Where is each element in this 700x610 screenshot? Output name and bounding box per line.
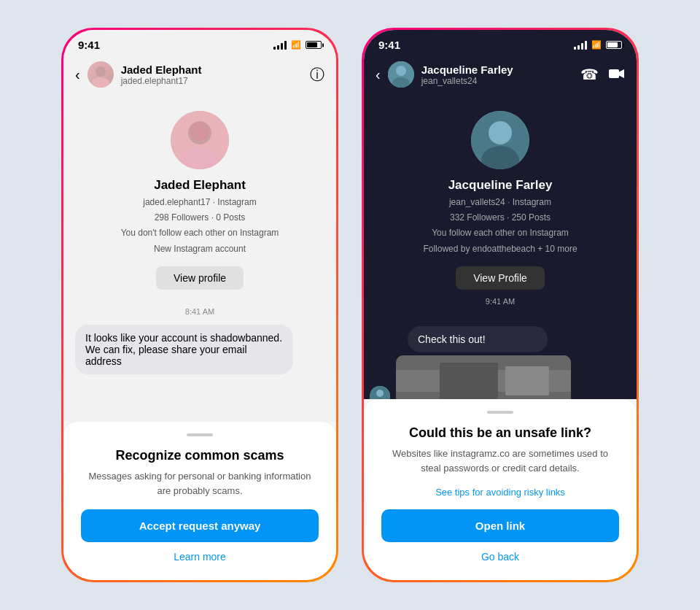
- nav-actions-1: ⓘ: [310, 65, 324, 85]
- open-link-button[interactable]: Open link: [381, 509, 619, 542]
- profile-note-1: New Instagram account: [154, 242, 246, 256]
- sender-avatar-2: [370, 386, 390, 399]
- svg-point-1: [92, 77, 109, 88]
- nav-handle-1: jaded.elephant17: [121, 76, 303, 86]
- chat-area-1: Jaded Elephant jaded.elephant17 · Instag…: [63, 93, 336, 422]
- bottom-sheet-2: Could this be an unsafe link? Websites l…: [364, 399, 637, 580]
- status-bar-2: 9:41 📶: [364, 30, 637, 55]
- chat-area-2: Jacqueline Farley jean_vallets24 · Insta…: [364, 93, 637, 399]
- status-bar-1: 9:41 📶: [63, 30, 336, 55]
- go-back-link[interactable]: Go back: [381, 551, 619, 563]
- back-button-2[interactable]: ‹: [376, 66, 381, 83]
- info-icon[interactable]: ⓘ: [310, 65, 324, 85]
- chat-bubble-1: It looks like your account is shadowbann…: [75, 325, 293, 374]
- phone-2: 9:41 📶 ‹: [362, 28, 639, 582]
- sheet-title-2: Could this be an unsafe link?: [381, 425, 619, 441]
- nav-handle-2: jean_vallets24: [421, 76, 573, 86]
- svg-point-0: [96, 66, 106, 77]
- wifi-icon: 📶: [291, 40, 301, 50]
- tips-link[interactable]: See tips for avoiding risky links: [381, 487, 619, 498]
- profile-followers-2: 332 Followers · 250 Posts: [450, 211, 551, 225]
- svg-point-7: [396, 66, 406, 76]
- bottom-sheet-1: Recognize common scams Messages asking f…: [63, 422, 336, 580]
- nav-info-1: Jaded Elephant jaded.elephant17: [121, 63, 303, 86]
- svg-point-11: [489, 121, 512, 144]
- profile-relation-1: You don't follow each other on Instagram: [121, 226, 279, 240]
- nav-avatar-1: [88, 61, 114, 88]
- sheet-handle-2: [487, 411, 513, 414]
- chat-with-avatar-2: Check this out!: [364, 323, 637, 399]
- signal-icon-2: [574, 41, 587, 50]
- nav-avatar-2: [388, 61, 414, 88]
- phone-1-screen: 9:41 📶 ‹: [63, 30, 336, 580]
- svg-point-14: [376, 390, 384, 397]
- signal-icon: [273, 41, 287, 50]
- back-button-1[interactable]: ‹: [75, 66, 80, 83]
- status-icons-2: 📶: [574, 40, 622, 50]
- nav-info-2: Jacqueline Farley jean_vallets24: [421, 63, 573, 86]
- nav-actions-2: ☎: [580, 66, 625, 83]
- phone-2-screen: 9:41 📶 ‹: [364, 30, 637, 580]
- wifi-icon-2: 📶: [591, 40, 602, 50]
- nav-name-2: Jacqueline Farley: [421, 63, 573, 76]
- status-time-1: 9:41: [78, 39, 100, 51]
- profile-avatar-1: [171, 111, 229, 169]
- sheet-description-2: Websites like instagramz.co are sometime…: [381, 447, 619, 475]
- profile-relation-2: You follow each other on Instagram: [432, 226, 569, 240]
- profile-avatar-2: [471, 111, 529, 169]
- status-icons-1: 📶: [273, 40, 322, 50]
- view-profile-button-1[interactable]: View profile: [156, 266, 244, 290]
- profile-name-2: Jacqueline Farley: [448, 178, 553, 193]
- sheet-title-1: Recognize common scams: [81, 448, 319, 463]
- profile-handle-2: jean_vallets24 · Instagram: [449, 196, 551, 209]
- nav-bar-2: ‹ Jacqueline Farley jean_vallets24 ☎: [364, 55, 637, 93]
- accept-request-button[interactable]: Accept request anyway: [81, 509, 319, 542]
- battery-icon-2: [606, 41, 622, 49]
- phone-1: 9:41 📶 ‹: [61, 28, 338, 582]
- battery-icon: [306, 41, 322, 49]
- phone-icon[interactable]: ☎: [580, 66, 599, 83]
- profile-name-1: Jaded Elephant: [154, 178, 246, 193]
- video-icon[interactable]: [609, 66, 625, 83]
- sheet-handle-1: [187, 433, 213, 436]
- svg-rect-9: [609, 69, 619, 78]
- nav-name-1: Jaded Elephant: [121, 63, 303, 76]
- link-preview-image: [396, 355, 571, 399]
- chat-timestamp-1: 8:41 AM: [63, 307, 336, 316]
- profile-followers-1: 298 Followers · 0 Posts: [155, 211, 246, 225]
- profile-timestamp-2: 9:41 AM: [486, 297, 515, 306]
- sheet-description-1: Messages asking for personal or banking …: [81, 469, 319, 498]
- profile-card-1: Jaded Elephant jaded.elephant17 · Instag…: [63, 93, 336, 301]
- svg-rect-18: [440, 363, 498, 399]
- svg-point-5: [190, 122, 209, 141]
- nav-bar-1: ‹ Jaded Elephant jaded.elephant17 ⓘ: [63, 55, 336, 93]
- status-time-2: 9:41: [378, 39, 400, 51]
- learn-more-link[interactable]: Learn more: [81, 551, 319, 563]
- view-profile-button-2[interactable]: View Profile: [456, 266, 545, 290]
- svg-rect-19: [505, 366, 549, 395]
- profile-card-2: Jacqueline Farley jean_vallets24 · Insta…: [364, 93, 637, 323]
- profile-handle-1: jaded.elephant17 · Instagram: [143, 196, 256, 209]
- check-out-bubble: Check this out!: [408, 326, 548, 352]
- profile-followed-2: Followed by endoatthebeach + 10 more: [423, 242, 577, 256]
